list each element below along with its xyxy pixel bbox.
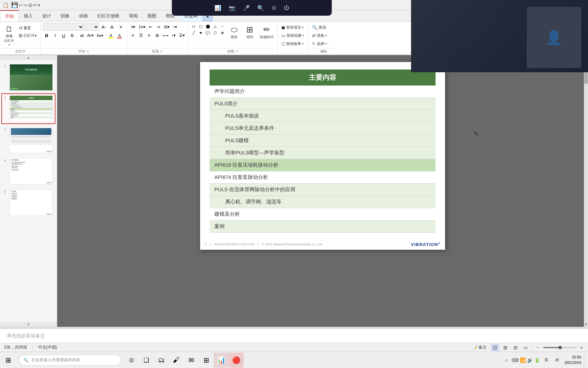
slide-thumbnail-1[interactable]: 1 PULS 脉动分析 VIBRATION VIBRATION <box>1 62 55 93</box>
undo-button[interactable]: ↩ <box>19 2 23 8</box>
zoom-slider[interactable] <box>543 347 577 348</box>
table-row[interactable]: PULS 在流体管网脉动分析中的应用 <box>210 184 436 196</box>
text-align-button[interactable]: ↕▾ <box>170 32 177 39</box>
file-explorer-button[interactable]: 🗂 <box>154 353 169 368</box>
align-right-button[interactable]: ≡ <box>145 32 153 39</box>
show-hidden-icons-button[interactable]: ∧ <box>502 356 510 364</box>
quick-style-button[interactable]: ✏ 快速样式 <box>258 23 275 41</box>
tab-transitions[interactable]: 切换 <box>56 10 74 21</box>
smartart-convert-button[interactable]: ☱▾ <box>178 32 185 39</box>
highlight-button[interactable]: A <box>107 32 115 39</box>
shape-outline-button[interactable]: ▭ 形状轮廓▾ <box>280 32 306 39</box>
find-button[interactable]: 🔍 查找 <box>310 24 337 31</box>
zoom-plus-button[interactable]: + <box>579 345 584 350</box>
char-spacing-button[interactable]: AV▾ <box>87 32 94 39</box>
overlay-toolbar[interactable]: 📊 📷 🎤 🔍 ⚙ ⏻ <box>172 0 332 16</box>
shape-callout[interactable]: 💬 <box>205 30 211 36</box>
shape-circle[interactable]: ⬤ <box>205 23 211 29</box>
slide-thumbnail-2[interactable]: 2 主要内容 声学问题简介 PULS简介 PULS基本假设 PULS单元及边界条… <box>1 93 55 124</box>
shape-button[interactable]: ⬭ 形状 <box>227 23 241 41</box>
wps-extra-button[interactable]: 🔴 <box>229 353 244 368</box>
power-icon[interactable]: ⏻ <box>284 5 289 11</box>
table-row[interactable]: PULS简介 <box>210 98 436 110</box>
microphone-icon[interactable]: 🎤 <box>243 5 250 11</box>
font-name-select[interactable] <box>43 23 84 31</box>
slide-thumbnail-5[interactable]: 5 PULS简介 • 基本假设 • 单元类型 • 边界条件 • 模型建立 VIB… <box>1 187 55 218</box>
clock[interactable]: 15:50 2021/3/24 <box>563 355 583 365</box>
presentation-scrollbar[interactable]: ▲ ▼ <box>584 55 588 327</box>
table-row-sub[interactable]: 离心机、调节阀、湍流等 <box>210 196 436 208</box>
tab-insert[interactable]: 插入 <box>19 10 37 21</box>
table-row-sub[interactable]: 简单PULS模型—声学振型 <box>210 147 436 159</box>
table-row[interactable]: 案例 <box>210 220 436 233</box>
tab-view[interactable]: 视图 <box>143 10 161 21</box>
notes-area[interactable]: 单击此处添加备注 <box>0 328 588 343</box>
task-view-button[interactable]: ❑ <box>139 353 154 368</box>
start-button[interactable]: ⊞ <box>0 352 16 368</box>
shape-more[interactable]: ⊕ <box>219 30 226 36</box>
font-size-select[interactable] <box>85 23 99 31</box>
font-increase-button[interactable]: A+ <box>100 23 108 31</box>
zoom-minus-button[interactable]: － <box>534 344 541 351</box>
taskbar-icon-network[interactable]: 📶 <box>520 357 526 363</box>
underline-button[interactable]: U <box>60 32 67 39</box>
shape-star[interactable]: ★ <box>197 30 204 36</box>
clear-format-button[interactable]: ✕ <box>117 23 125 31</box>
table-row[interactable]: 建模及分析 <box>210 208 436 220</box>
powerpoint-button[interactable]: 📊 <box>214 353 229 368</box>
decrease-indent-button[interactable]: ⇐ <box>147 23 154 31</box>
shape-line[interactable]: ╱ <box>190 30 197 36</box>
settings-icon[interactable]: ⚙ <box>272 5 276 11</box>
increase-indent-button[interactable]: ⇒ <box>155 23 162 31</box>
shape-rect[interactable]: ▭ <box>190 23 197 29</box>
justify-button[interactable]: ⊞ <box>153 32 161 39</box>
table-row-sub[interactable]: PULS基本假设 <box>210 110 436 122</box>
table-row-sub[interactable]: PULS建模 <box>210 135 436 147</box>
align-left-button[interactable]: ≡ <box>129 32 136 39</box>
table-row-sub[interactable]: PULS单元及边界条件 <box>210 122 436 135</box>
shape-hexagon[interactable]: ⬡ <box>212 30 218 36</box>
italic-button[interactable]: I <box>51 32 59 39</box>
arrange-button[interactable]: ⊞ 排列 <box>243 23 257 41</box>
taskbar-search[interactable]: 🔍 在这里输入你要搜索的内容 <box>19 355 121 366</box>
slide-thumbnail-4[interactable]: 4 声学问题简介 • 声学是研究声音的科学 • 管道系统中的声学 • 脉动与振动… <box>1 156 55 187</box>
strikethrough-button[interactable]: S <box>68 32 76 39</box>
table-row-highlight[interactable]: API618 往复压缩机脉动分析 <box>210 159 436 171</box>
presentation-view-button[interactable]: ⊞ <box>28 2 32 8</box>
bullet-list-button[interactable]: ≡▾ <box>129 23 137 31</box>
font-color-button[interactable]: A <box>116 32 123 39</box>
more-tools-button[interactable]: ▾ <box>38 2 40 8</box>
shape-rounded-rect[interactable]: ▢ <box>197 23 204 29</box>
column-button[interactable]: ⊟▾ <box>163 23 170 31</box>
taskbar-icon-volume[interactable]: 🔊 <box>527 357 533 363</box>
language-en-button[interactable]: 英 <box>541 357 551 364</box>
table-row[interactable]: API674 往复泵脉动分析 <box>210 171 436 184</box>
tab-review[interactable]: 审阅 <box>124 10 143 21</box>
shape-fill-button[interactable]: ◼ 形状填充▾ <box>280 24 306 31</box>
taskbar-icon-keyboard[interactable]: ⌨ <box>512 357 519 363</box>
search-icon[interactable]: 🔍 <box>257 5 264 11</box>
table-row[interactable]: 声学问题简介 <box>210 86 436 98</box>
shape-effect-button[interactable]: ⬡ 形状效果▾ <box>280 40 306 47</box>
wps-table-button[interactable]: ⊞ <box>199 353 214 368</box>
notes-toggle-button[interactable]: 📝 备注 <box>470 343 489 351</box>
camera-icon[interactable]: 📷 <box>229 5 235 11</box>
outlook-button[interactable]: ✉ <box>184 353 199 368</box>
tab-slideshow[interactable]: 幻灯片放映 <box>93 10 124 21</box>
bar-chart-icon[interactable]: 📊 <box>214 5 221 11</box>
shadow-text-button[interactable]: ab <box>78 32 86 39</box>
shape-triangle[interactable]: △ <box>212 23 218 29</box>
show-desktop-button[interactable] <box>584 353 587 368</box>
pen-button[interactable]: ✏ <box>33 2 37 8</box>
normal-view-button[interactable]: ⊡ <box>491 344 499 351</box>
replace-button[interactable]: ⇄ 替换▾ <box>310 32 337 39</box>
duplicate-slide-button[interactable]: ⊞ 幻灯片▾ <box>17 32 38 39</box>
case-button[interactable]: Aa▾ <box>95 32 105 39</box>
wps-paint-button[interactable]: 🖌 <box>169 353 184 368</box>
select-button[interactable]: ↖ 选择▾ <box>310 40 337 47</box>
reading-view-button[interactable]: ▭ <box>522 344 530 351</box>
redo-button[interactable]: ↪ <box>23 2 28 8</box>
outline-view-button[interactable]: ⊞ <box>501 344 509 351</box>
numbered-list-button[interactable]: 1≡▾ <box>138 23 146 31</box>
line-spacing-button[interactable]: ↕▾ <box>171 23 179 31</box>
